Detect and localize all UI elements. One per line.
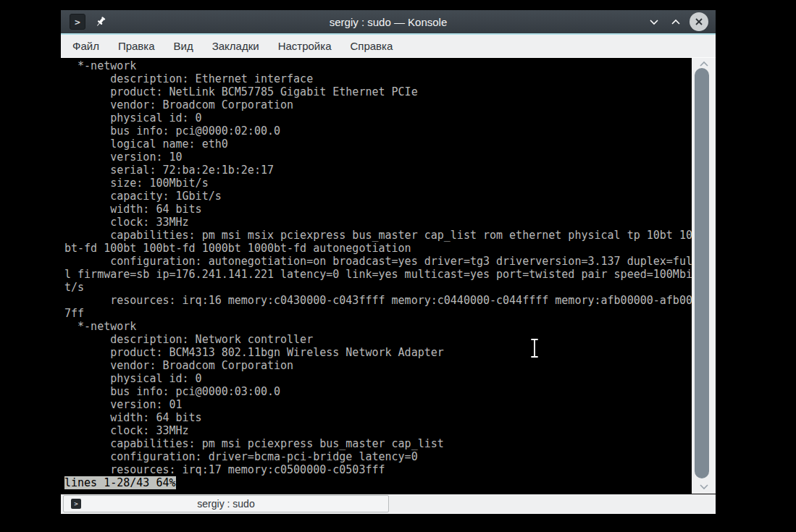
close-button[interactable] bbox=[690, 12, 708, 31]
terminal-line: capabilities: pm msi pciexpress bus_mast… bbox=[64, 437, 692, 450]
menu-item-0[interactable]: Файл bbox=[63, 36, 109, 56]
terminal-line: physical id: 0 bbox=[64, 111, 692, 124]
terminal-line: vendor: Broadcom Corporation bbox=[64, 359, 692, 372]
menu-item-2[interactable]: Вид bbox=[164, 36, 203, 56]
tabbar: > sergiy : sudo bbox=[61, 494, 716, 514]
terminal-line: description: Ethernet interface bbox=[64, 72, 692, 85]
terminal-line: vendor: Broadcom Corporation bbox=[64, 98, 692, 111]
terminal-line: version: 10 bbox=[64, 151, 692, 164]
terminal-line: description: Network controller bbox=[64, 333, 692, 346]
terminal-line: physical id: 0 bbox=[64, 372, 692, 385]
terminal-output[interactable]: *-network description: Ethernet interfac… bbox=[61, 58, 692, 494]
menu-item-1[interactable]: Правка bbox=[109, 36, 164, 56]
terminal-line: configuration: autonegotiation=on broadc… bbox=[64, 255, 692, 268]
terminal-line: size: 100Mbit/s bbox=[64, 177, 692, 190]
terminal-line: clock: 33MHz bbox=[64, 424, 692, 437]
terminal-line: t/s bbox=[64, 281, 692, 294]
desktop-background: > sergiy : sudo — Konsole bbox=[0, 0, 796, 532]
window-title: sergiy : sudo — Konsole bbox=[61, 16, 716, 28]
terminal-line: bus info: pci@0000:02:00.0 bbox=[64, 124, 692, 138]
terminal-line: bus info: pci@0000:03:00.0 bbox=[64, 385, 692, 398]
terminal-line: capabilities: pm msi msix pciexpress bus… bbox=[64, 229, 692, 242]
terminal-line: configuration: driver=bcma-pci-bridge la… bbox=[64, 450, 692, 463]
terminal-line: serial: 72:ba:2e:1b:2e:17 bbox=[64, 164, 692, 177]
terminal-line: *-network bbox=[64, 320, 692, 333]
terminal-line: bt-fd 100bt 100bt-fd 1000bt 1000bt-fd au… bbox=[64, 242, 692, 255]
pager-status-text: lines 1-28/43 64% bbox=[64, 476, 176, 489]
terminal-content-area: *-network description: Ethernet interfac… bbox=[61, 58, 716, 494]
terminal-line: resources: irq:17 memory:c0500000-c0503f… bbox=[64, 463, 692, 476]
terminal-line: width: 64 bits bbox=[64, 411, 692, 424]
terminal-line: capacity: 1Gbit/s bbox=[64, 190, 692, 203]
scrollbar[interactable] bbox=[692, 58, 716, 494]
pager-status-line: lines 1-28/43 64% bbox=[64, 476, 692, 489]
menu-item-4[interactable]: Настройка bbox=[269, 36, 341, 56]
terminal-icon: > bbox=[71, 499, 81, 509]
konsole-app-icon: > bbox=[70, 14, 85, 30]
terminal-line: resources: irq:16 memory:c0430000-c043ff… bbox=[64, 294, 692, 307]
maximize-button[interactable] bbox=[668, 14, 684, 30]
menubar: ФайлПравкаВидЗакладкиНастройкаСправка bbox=[61, 35, 716, 58]
menu-item-3[interactable]: Закладки bbox=[203, 36, 269, 56]
terminal-line: logical name: eth0 bbox=[64, 138, 692, 151]
scrollbar-up-arrow-icon[interactable] bbox=[692, 60, 716, 67]
terminal-line: 7ff bbox=[64, 307, 692, 320]
scrollbar-thumb[interactable] bbox=[695, 68, 709, 478]
konsole-window: > sergiy : sudo — Konsole bbox=[61, 10, 716, 514]
terminal-line: version: 01 bbox=[64, 398, 692, 411]
terminal-line: product: NetLink BCM57785 Gigabit Ethern… bbox=[64, 85, 692, 98]
terminal-line: width: 64 bits bbox=[64, 203, 692, 216]
tab-label: sergiy : sudo bbox=[197, 498, 254, 510]
terminal-line: *-network bbox=[64, 59, 692, 72]
pin-icon[interactable] bbox=[94, 15, 107, 28]
terminal-line: product: BCM4313 802.11bgn Wireless Netw… bbox=[64, 346, 692, 359]
tab-sergiy-sudo[interactable]: > sergiy : sudo bbox=[63, 495, 389, 512]
window-titlebar[interactable]: > sergiy : sudo — Konsole bbox=[61, 10, 716, 33]
terminal-line: clock: 33MHz bbox=[64, 216, 692, 229]
minimize-button[interactable] bbox=[646, 14, 662, 30]
scrollbar-down-arrow-icon[interactable] bbox=[692, 484, 716, 491]
terminal-line: l firmware=sb ip=176.241.141.221 latency… bbox=[64, 268, 692, 281]
menu-item-5[interactable]: Справка bbox=[340, 36, 402, 56]
